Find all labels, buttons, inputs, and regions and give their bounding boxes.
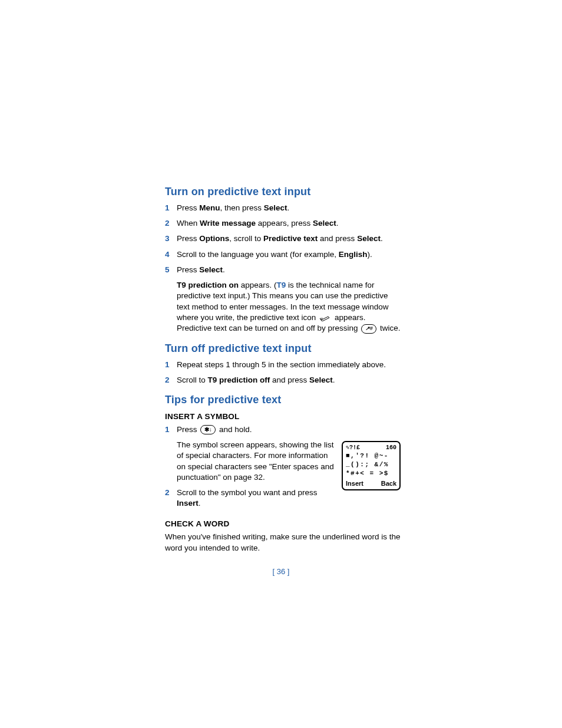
- t9-note: T9 prediction on appears. (T9 is the tec…: [177, 280, 401, 334]
- hash-key-icon: ↗#: [361, 324, 376, 334]
- step: 3Press Options, scroll to Predictive tex…: [165, 233, 401, 244]
- step: 1Repeat steps 1 through 5 in the section…: [165, 360, 401, 370]
- symbol-phone-screen: ✎?!£ 160 ■,'?! @~- _():; &/% *#+< = >$ I…: [342, 441, 401, 490]
- t9-term: T9: [277, 281, 286, 289]
- heading-turn-on: Turn on predictive text input: [165, 186, 401, 198]
- softkey-insert: Insert: [346, 479, 363, 488]
- softkey-back: Back: [381, 479, 396, 488]
- symbol-row-3: *#+< = >$: [346, 469, 396, 478]
- step: 5Press Select.: [165, 265, 401, 275]
- step: 4Scroll to the language you want (for ex…: [165, 249, 401, 260]
- star-key-icon: ✱↓: [200, 425, 216, 434]
- pencil-icon: [319, 312, 331, 323]
- check-word-body: When you've finished writing, make sure …: [165, 532, 401, 553]
- step: 1Press Menu, then press Select.: [165, 203, 401, 213]
- insert-step-1: 1 Press ✱↓ and hold.: [165, 424, 401, 435]
- page-number: [ 36 ]: [0, 567, 562, 576]
- step: 2When Write message appears, press Selec…: [165, 218, 401, 229]
- step: 2Scroll to T9 prediction off and press S…: [165, 375, 401, 386]
- symbol-row-1: ■,'?! @~-: [346, 452, 396, 460]
- char-count: 160: [386, 444, 396, 451]
- note-bold-term: T9 prediction on: [177, 281, 239, 289]
- subhead-insert-symbol: INSERT A SYMBOL: [165, 412, 401, 421]
- heading-tips: Tips for predictive text: [165, 394, 401, 406]
- symbol-note: The symbol screen appears, showing the l…: [177, 440, 336, 483]
- symbol-row-2: _():; &/%: [346, 460, 396, 469]
- heading-turn-off: Turn off predictive text input: [165, 342, 401, 355]
- screen-title: ✎?!£: [346, 444, 360, 451]
- insert-step-2: 2 Scroll to the symbol you want and pres…: [165, 487, 336, 509]
- subhead-check-word: CHECK A WORD: [165, 519, 401, 528]
- manual-page-content: Turn on predictive text input 1Press Men…: [165, 186, 401, 557]
